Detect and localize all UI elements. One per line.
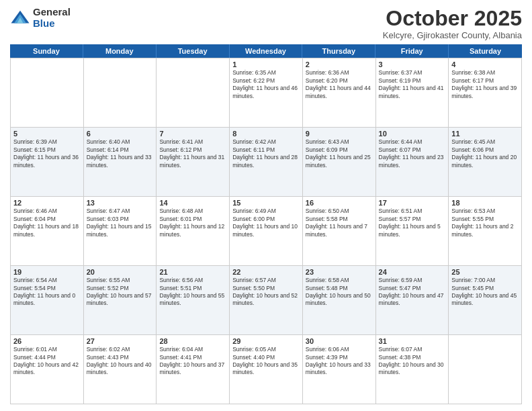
day-number: 26 [13,337,81,345]
day-number: 5 [13,130,81,138]
cal-cell [157,58,230,128]
day-number: 2 [306,60,373,68]
day-number: 16 [306,199,373,207]
cal-cell: 19Sunrise: 6:54 AM Sunset: 5:54 PM Dayli… [11,266,84,335]
day-number: 12 [13,199,81,207]
cal-cell: 21Sunrise: 6:56 AM Sunset: 5:51 PM Dayli… [157,266,230,335]
cell-text: Sunrise: 6:43 AM Sunset: 6:09 PM Dayligh… [306,138,373,169]
day-number: 8 [232,130,300,138]
cell-text: Sunrise: 6:50 AM Sunset: 5:58 PM Dayligh… [306,208,373,238]
cal-cell: 25Sunrise: 7:00 AM Sunset: 5:45 PM Dayli… [449,266,522,335]
cal-cell: 20Sunrise: 6:55 AM Sunset: 5:52 PM Dayli… [84,266,157,335]
cal-cell: 31Sunrise: 6:07 AM Sunset: 4:38 PM Dayli… [376,335,449,404]
cell-text: Sunrise: 6:47 AM Sunset: 6:03 PM Dayligh… [87,208,154,238]
header-day-wednesday: Wednesday [230,44,303,58]
calendar-body: 1Sunrise: 6:35 AM Sunset: 6:22 PM Daylig… [10,58,522,404]
cal-cell: 8Sunrise: 6:42 AM Sunset: 6:11 PM Daylig… [230,128,303,197]
cal-cell: 5Sunrise: 6:39 AM Sunset: 6:15 PM Daylig… [11,128,84,197]
cell-text: Sunrise: 6:02 AM Sunset: 4:43 PM Dayligh… [87,346,154,377]
cell-text: Sunrise: 6:45 AM Sunset: 6:06 PM Dayligh… [451,138,519,169]
header-day-tuesday: Tuesday [157,44,230,58]
day-number: 25 [451,268,519,276]
cell-text: Sunrise: 6:54 AM Sunset: 5:54 PM Dayligh… [13,277,81,308]
cal-cell: 22Sunrise: 6:57 AM Sunset: 5:50 PM Dayli… [230,266,303,335]
day-number: 15 [232,199,300,207]
header-day-saturday: Saturday [449,44,522,58]
logo-icon [10,8,30,28]
logo-general: General [33,7,71,18]
week-row-1: 1Sunrise: 6:35 AM Sunset: 6:22 PM Daylig… [11,58,522,128]
cell-text: Sunrise: 6:35 AM Sunset: 6:22 PM Dayligh… [232,69,300,100]
cal-cell: 3Sunrise: 6:37 AM Sunset: 6:19 PM Daylig… [376,58,449,128]
cal-cell: 18Sunrise: 6:53 AM Sunset: 5:55 PM Dayli… [449,197,522,266]
day-number: 24 [379,268,446,276]
cal-cell: 16Sunrise: 6:50 AM Sunset: 5:58 PM Dayli… [303,197,376,266]
cal-cell [449,335,522,404]
cell-text: Sunrise: 6:44 AM Sunset: 6:07 PM Dayligh… [379,138,446,169]
cal-cell: 1Sunrise: 6:35 AM Sunset: 6:22 PM Daylig… [230,58,303,128]
week-row-4: 19Sunrise: 6:54 AM Sunset: 5:54 PM Dayli… [11,266,522,335]
week-row-3: 12Sunrise: 6:46 AM Sunset: 6:04 PM Dayli… [11,197,522,266]
week-row-2: 5Sunrise: 6:39 AM Sunset: 6:15 PM Daylig… [11,128,522,197]
header-day-thursday: Thursday [302,44,375,58]
cal-cell: 27Sunrise: 6:02 AM Sunset: 4:43 PM Dayli… [84,335,157,404]
cal-cell: 4Sunrise: 6:38 AM Sunset: 6:17 PM Daylig… [449,58,522,128]
calendar: SundayMondayTuesdayWednesdayThursdayFrid… [10,44,522,404]
header: General Blue October 2025 Kelcyre, Gjiro… [10,7,522,40]
cell-text: Sunrise: 7:00 AM Sunset: 5:45 PM Dayligh… [451,277,519,308]
cell-text: Sunrise: 6:51 AM Sunset: 5:57 PM Dayligh… [379,208,446,238]
day-number: 14 [159,199,226,207]
cell-text: Sunrise: 6:01 AM Sunset: 4:44 PM Dayligh… [13,346,81,377]
cal-cell: 9Sunrise: 6:43 AM Sunset: 6:09 PM Daylig… [303,128,376,197]
cal-cell: 14Sunrise: 6:48 AM Sunset: 6:01 PM Dayli… [157,197,230,266]
cell-text: Sunrise: 6:53 AM Sunset: 5:55 PM Dayligh… [451,208,519,238]
cell-text: Sunrise: 6:36 AM Sunset: 6:20 PM Dayligh… [306,69,373,100]
day-number: 6 [87,130,154,138]
location: Kelcyre, Gjirokaster County, Albania [383,30,522,40]
day-number: 28 [159,337,226,345]
day-number: 27 [87,337,154,345]
cell-text: Sunrise: 6:05 AM Sunset: 4:40 PM Dayligh… [232,346,300,377]
day-number: 23 [306,268,373,276]
day-number: 29 [232,337,300,345]
day-number: 17 [379,199,446,207]
title-block: October 2025 Kelcyre, Gjirokaster County… [383,7,522,40]
cell-text: Sunrise: 6:59 AM Sunset: 5:47 PM Dayligh… [379,277,446,308]
cell-text: Sunrise: 6:55 AM Sunset: 5:52 PM Dayligh… [87,277,154,308]
day-number: 7 [159,130,226,138]
cell-text: Sunrise: 6:58 AM Sunset: 5:48 PM Dayligh… [306,277,373,308]
cell-text: Sunrise: 6:06 AM Sunset: 4:39 PM Dayligh… [306,346,373,377]
day-number: 22 [232,268,300,276]
cal-cell: 29Sunrise: 6:05 AM Sunset: 4:40 PM Dayli… [230,335,303,404]
cell-text: Sunrise: 6:57 AM Sunset: 5:50 PM Dayligh… [232,277,300,308]
cal-cell: 28Sunrise: 6:04 AM Sunset: 4:41 PM Dayli… [157,335,230,404]
cal-cell: 17Sunrise: 6:51 AM Sunset: 5:57 PM Dayli… [376,197,449,266]
cal-cell: 6Sunrise: 6:40 AM Sunset: 6:14 PM Daylig… [84,128,157,197]
cell-text: Sunrise: 6:41 AM Sunset: 6:12 PM Dayligh… [159,138,226,169]
day-number: 18 [451,199,519,207]
cal-cell: 30Sunrise: 6:06 AM Sunset: 4:39 PM Dayli… [303,335,376,404]
cell-text: Sunrise: 6:42 AM Sunset: 6:11 PM Dayligh… [232,138,300,169]
header-day-sunday: Sunday [10,44,83,58]
logo-text: General Blue [33,7,71,29]
cell-text: Sunrise: 6:39 AM Sunset: 6:15 PM Dayligh… [13,138,81,169]
cell-text: Sunrise: 6:38 AM Sunset: 6:17 PM Dayligh… [451,69,519,100]
day-number: 20 [87,268,154,276]
header-day-friday: Friday [375,44,449,58]
cal-cell: 10Sunrise: 6:44 AM Sunset: 6:07 PM Dayli… [376,128,449,197]
cell-text: Sunrise: 6:49 AM Sunset: 6:00 PM Dayligh… [232,208,300,238]
day-number: 3 [379,60,446,68]
day-number: 19 [13,268,81,276]
cell-text: Sunrise: 6:40 AM Sunset: 6:14 PM Dayligh… [87,138,154,169]
cal-cell: 11Sunrise: 6:45 AM Sunset: 6:06 PM Dayli… [449,128,522,197]
day-number: 31 [379,337,446,345]
cal-cell: 15Sunrise: 6:49 AM Sunset: 6:00 PM Dayli… [230,197,303,266]
day-number: 10 [379,130,446,138]
cal-cell: 12Sunrise: 6:46 AM Sunset: 6:04 PM Dayli… [11,197,84,266]
day-number: 13 [87,199,154,207]
cell-text: Sunrise: 6:46 AM Sunset: 6:04 PM Dayligh… [13,208,81,238]
calendar-header: SundayMondayTuesdayWednesdayThursdayFrid… [10,44,522,58]
cal-cell: 26Sunrise: 6:01 AM Sunset: 4:44 PM Dayli… [11,335,84,404]
logo-blue: Blue [33,18,71,30]
cell-text: Sunrise: 6:37 AM Sunset: 6:19 PM Dayligh… [379,69,446,100]
